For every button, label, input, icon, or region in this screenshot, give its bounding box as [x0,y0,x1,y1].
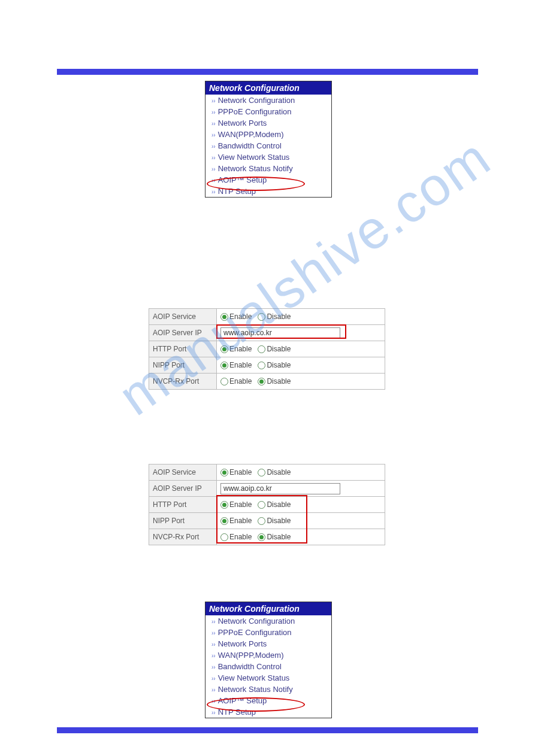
row-value: EnableDisable [217,529,385,545]
config-row-http-port: HTTP PortEnableDisable [149,497,385,513]
disable-label: Disable [267,377,291,385]
menu-item-label: NTP Setup [218,708,256,716]
enable-radio[interactable] [220,362,228,369]
disable-radio[interactable] [258,362,265,369]
menu-items-container: ››Network Configuration››PPPoE Configura… [205,615,331,718]
bullet-icon: ›› [211,109,216,116]
menu-item-label: PPPoE Configuration [218,107,292,116]
menu-item-label: NTP Setup [218,187,256,196]
bullet-icon: ›› [211,143,216,150]
disable-radio[interactable] [258,533,265,541]
server-ip-input[interactable]: www.aoip.co.kr [220,327,340,339]
enable-label: Enable [229,377,252,385]
enable-label: Enable [229,468,252,476]
row-value: www.aoip.co.kr [217,325,385,341]
row-label: AOIP Service [149,309,217,325]
menu-item-label: Network Status Notify [218,685,293,694]
row-value: EnableDisable [217,374,385,390]
disable-label: Disable [267,533,291,541]
disable-label: Disable [267,517,291,525]
config-row-http-port: HTTP PortEnableDisable [149,341,385,357]
disable-radio[interactable] [258,378,265,385]
aoip-config-table-1: AOIP ServiceEnableDisableAOIP Server IPw… [149,308,385,390]
config-row-aoip-service: AOIP ServiceEnableDisable [149,464,385,481]
row-value: www.aoip.co.kr [217,481,385,497]
config-row-aoip-server-ip: AOIP Server IPwww.aoip.co.kr [149,481,385,497]
bullet-icon: ›› [211,618,216,625]
bullet-icon: ›› [211,132,216,138]
bullet-icon: ›› [211,641,216,648]
bullet-icon: ›› [211,189,216,195]
menu-item-wan-ppp-modem-[interactable]: ››WAN(PPP,Modem) [205,129,331,140]
bullet-icon: ›› [211,630,216,636]
menu-item-aoip-setup[interactable]: ››AOIP™ Setup [205,695,331,706]
bullet-icon: ›› [211,652,216,659]
bullet-icon: ›› [211,120,216,127]
bullet-icon: ›› [211,98,216,104]
menu-item-bandwidth-control[interactable]: ››Bandwidth Control [205,140,331,151]
menu-item-pppoe-configuration[interactable]: ››PPPoE Configuration [205,106,331,117]
menu-item-aoip-setup[interactable]: ››AOIP™ Setup [205,174,331,186]
network-config-menu-bottom: Network Configuration ››Network Configur… [205,602,332,718]
enable-label: Enable [229,500,252,509]
bullet-icon: ›› [211,664,216,670]
row-value: EnableDisable [217,341,385,357]
config-row-aoip-server-ip: AOIP Server IPwww.aoip.co.kr [149,325,385,341]
bullet-icon: ›› [211,675,216,682]
config-row-nipp-port: NIPP PortEnableDisable [149,357,385,374]
menu-item-network-ports[interactable]: ››Network Ports [205,117,331,129]
disable-radio[interactable] [258,501,265,509]
row-label: NVCP-Rx Port [149,529,217,545]
disable-radio[interactable] [258,345,265,353]
row-value: EnableDisable [217,513,385,529]
menu-item-network-status-notify[interactable]: ››Network Status Notify [205,684,331,695]
enable-radio[interactable] [220,345,228,353]
menu-item-ntp-setup[interactable]: ››NTP Setup [205,706,331,718]
menu-item-view-network-status[interactable]: ››View Network Status [205,151,331,163]
menu-item-pppoe-configuration[interactable]: ››PPPoE Configuration [205,627,331,638]
menu-item-network-configuration[interactable]: ››Network Configuration [205,95,331,106]
enable-radio[interactable] [220,533,228,541]
disable-label: Disable [267,361,291,369]
aoip-config-table-2: AOIP ServiceEnableDisableAOIP Server IPw… [149,464,385,545]
menu-item-label: Network Configuration [218,96,295,105]
menu-item-label: Network Status Notify [218,164,293,173]
config-row-aoip-service: AOIP ServiceEnableDisable [149,309,385,325]
row-label: NVCP-Rx Port [149,374,217,390]
row-label: NIPP Port [149,357,217,374]
menu-item-label: WAN(PPP,Modem) [218,130,284,139]
enable-radio[interactable] [220,517,228,525]
server-ip-input[interactable]: www.aoip.co.kr [220,483,340,494]
menu-item-ntp-setup[interactable]: ››NTP Setup [205,186,331,197]
row-value: EnableDisable [217,464,385,481]
menu-item-network-configuration[interactable]: ››Network Configuration [205,615,331,627]
enable-radio[interactable] [220,378,228,385]
menu-item-bandwidth-control[interactable]: ››Bandwidth Control [205,661,331,672]
menu-item-wan-ppp-modem-[interactable]: ››WAN(PPP,Modem) [205,649,331,661]
disable-radio[interactable] [258,313,265,321]
menu-item-label: PPPoE Configuration [218,628,292,637]
disable-radio[interactable] [258,469,265,476]
bottom-separator-bar [57,727,478,733]
enable-radio[interactable] [220,501,228,509]
menu-items-container: ››Network Configuration››PPPoE Configura… [205,95,331,197]
enable-radio[interactable] [220,313,228,321]
menu-item-view-network-status[interactable]: ››View Network Status [205,672,331,684]
menu-item-network-status-notify[interactable]: ››Network Status Notify [205,163,331,174]
menu-item-network-ports[interactable]: ››Network Ports [205,638,331,649]
config-row-nvcp-rx-port: NVCP-Rx PortEnableDisable [149,529,385,545]
enable-radio[interactable] [220,469,228,476]
network-config-menu-top: Network Configuration ››Network Configur… [205,81,332,198]
top-separator-bar [57,69,478,75]
menu-item-label: AOIP™ Setup [218,696,267,705]
config-row-nvcp-rx-port: NVCP-Rx PortEnableDisable [149,374,385,390]
menu-item-label: AOIP™ Setup [218,175,267,184]
config-row-nipp-port: NIPP PortEnableDisable [149,513,385,529]
menu-header: Network Configuration [205,602,331,615]
menu-item-label: Bandwidth Control [218,141,282,150]
row-label: AOIP Service [149,464,217,481]
row-value: EnableDisable [217,497,385,513]
bullet-icon: ›› [211,177,216,184]
disable-label: Disable [267,345,291,353]
disable-radio[interactable] [258,517,265,525]
